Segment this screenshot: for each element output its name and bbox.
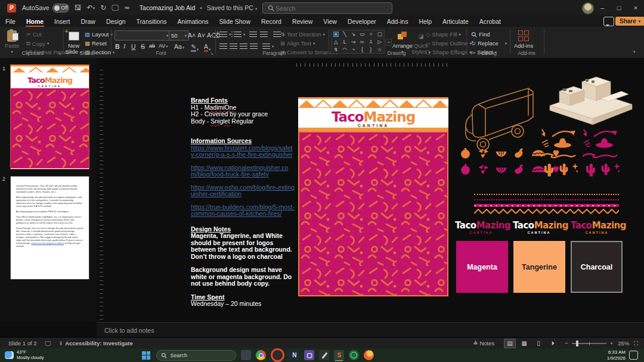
tab-review[interactable]: Review (287, 16, 318, 27)
grow-font-button[interactable]: A˄ (188, 32, 196, 39)
shape-effects-button[interactable]: ⬡Shape Effects▾ (426, 49, 472, 55)
tab-record[interactable]: Record (256, 16, 287, 27)
reset-button[interactable]: ▦Reset (85, 40, 107, 47)
zoom-slider[interactable] (572, 343, 606, 344)
curved-connector-icon[interactable]: ↝ (351, 39, 355, 45)
user-avatar[interactable] (582, 2, 594, 14)
bullets-button[interactable]: ▾ (219, 32, 231, 38)
font-dialog-launcher-icon[interactable]: ↘ (210, 51, 213, 56)
slideshow-view-icon[interactable]: ⏵ (547, 339, 559, 348)
notification-center-icon[interactable] (629, 351, 638, 360)
zoom-slider-thumb[interactable] (576, 341, 578, 346)
tab-add-ins[interactable]: Add-ins (382, 16, 414, 27)
tab-developer[interactable]: Developer (342, 16, 382, 27)
italic-button[interactable]: I (123, 43, 126, 49)
numbering-button[interactable]: ▾ (234, 32, 245, 38)
freeform-shape-icon[interactable]: ↯ (334, 47, 338, 52)
arrow-shape-icon[interactable]: ↘ (351, 31, 355, 37)
increase-indent-button[interactable] (260, 32, 268, 38)
copy-button[interactable]: ⧉Copy▾ (26, 40, 49, 47)
titlebar-search[interactable] (262, 2, 392, 14)
text-box-shape-icon[interactable]: A (333, 32, 339, 37)
zoom-level[interactable]: 25% (618, 340, 629, 346)
customize-quick-access-icon[interactable]: ≂ (124, 4, 130, 12)
comments-icon[interactable] (603, 17, 614, 26)
hyperlink[interactable]: https://www.osha.com/blog/fire-extinguis… (191, 184, 295, 198)
shape-fill-button[interactable]: ◇Shape Fill▾ (426, 31, 461, 38)
down-arrow-shape-icon[interactable]: ⇩ (369, 39, 373, 45)
text-shadow-button[interactable]: ab (149, 43, 155, 49)
normal-view-icon[interactable]: ▤ (504, 339, 516, 348)
replace-button[interactable]: ↻Replace▾ (471, 40, 507, 47)
align-center-button[interactable] (230, 44, 237, 49)
slide-sorter-view-icon[interactable]: ▦ (518, 339, 530, 348)
accessibility-status[interactable]: Accessibility: Investigate (65, 340, 133, 346)
titlebar-search-input[interactable] (274, 4, 378, 13)
font-name-combo[interactable]: ▾ (114, 30, 171, 41)
maximize-button[interactable]: □ (611, 0, 627, 16)
align-left-button[interactable] (219, 44, 227, 49)
tab-file[interactable]: File (0, 16, 21, 27)
undo-icon[interactable]: ↶▾ (87, 4, 95, 12)
firefox-icon[interactable] (364, 350, 374, 360)
shrink-font-button[interactable]: A˅ (197, 32, 205, 39)
swatch-magenta[interactable]: Magenta (456, 241, 508, 293)
swatch-charcoal[interactable]: Charcoal (571, 241, 623, 293)
tab-animations[interactable]: Animations (172, 16, 214, 27)
tab-design[interactable]: Design (101, 16, 131, 27)
close-button[interactable]: × (627, 0, 644, 16)
collapse-ribbon-icon[interactable]: ▾ (633, 49, 635, 54)
tab-acrobat[interactable]: Acrobat (474, 16, 506, 27)
tab-home[interactable]: Home (21, 16, 49, 27)
tab-help[interactable]: Help (413, 16, 437, 27)
slide2-thumbnail[interactable]: Content Presentation: Your 18"x24" job a… (10, 176, 89, 280)
addins-button[interactable]: Add-ins (514, 30, 533, 49)
clipboard-dialog-launcher-icon[interactable]: ↘ (58, 51, 61, 56)
arc-shape-icon[interactable]: ◠ (342, 47, 346, 52)
more-shapes-button[interactable]: ≂ (385, 39, 392, 46)
slide-indicator[interactable]: Slide 1 of 2 (8, 340, 37, 346)
notes-toggle-icon[interactable]: ≜ (473, 340, 478, 346)
oval-shape-icon[interactable]: ○ (369, 31, 372, 37)
find-button[interactable]: Find (471, 31, 490, 38)
logo-variant-1[interactable]: TacoMazing Cantina (455, 220, 507, 234)
accessibility-icon[interactable]: 🯅 (59, 340, 62, 346)
start-button[interactable] (142, 351, 150, 360)
taskbar-search[interactable]: Search (156, 350, 236, 361)
cut-button[interactable]: ✂Cut (26, 31, 42, 38)
slide-side-notes[interactable]: Brand Fonts H1 - MadimiOne H2 - Covered … (191, 97, 295, 308)
zoom-in-button[interactable]: + (610, 340, 614, 346)
align-text-button[interactable]: ⊞Align Text▾ (280, 40, 315, 47)
flowchart-shape-icon[interactable]: ▷ (377, 39, 382, 45)
pen-app-icon[interactable] (319, 350, 329, 360)
triangle-shape-icon[interactable]: △ (334, 39, 338, 45)
tab-draw[interactable]: Draw (75, 16, 101, 27)
highlight-color-button[interactable]: ✎▾ (191, 43, 199, 52)
hyperlink[interactable]: https://www.firstalert.com/blogs/safety-… (191, 145, 295, 159)
drawing-dialog-launcher-icon[interactable]: ↘ (461, 51, 465, 56)
notes-toggle-label[interactable]: Notes (479, 340, 494, 346)
tab-view[interactable]: View (318, 16, 342, 27)
justify-button[interactable] (250, 44, 258, 49)
decor-icons-magenta[interactable] (581, 128, 621, 182)
notes-placeholder[interactable]: Click to add notes (104, 327, 154, 334)
reading-view-icon[interactable]: ▯ (532, 339, 544, 348)
notion-icon[interactable]: N (289, 350, 299, 360)
tab-insert[interactable]: Insert (49, 16, 75, 27)
rounded-rectangle-shape-icon[interactable]: ▢ (377, 31, 382, 37)
weather-widget[interactable]: 43°F Mostly cloudy (5, 350, 44, 360)
decrease-indent-button[interactable] (249, 32, 257, 38)
elbow-connector-icon[interactable]: L (343, 39, 346, 45)
character-spacing-button[interactable]: AV▾ (159, 43, 168, 49)
hyperlink[interactable]: https://true-builders.com/blog/5-most-co… (191, 204, 295, 218)
redo-icon[interactable]: ↻ (100, 4, 106, 12)
align-right-button[interactable] (240, 44, 247, 49)
logo-variant-2[interactable]: TacoMazing Cantina (513, 220, 565, 234)
strikethrough-button[interactable]: S (141, 43, 145, 50)
logo-variant-3[interactable]: TacoMazing Cantina (571, 220, 623, 234)
zigzag-divider-orange[interactable] (474, 209, 619, 214)
globe-app-icon[interactable] (349, 350, 359, 360)
autosave-toggle[interactable]: Off (52, 4, 69, 13)
zoom-out-button[interactable]: − (565, 340, 568, 346)
solid-divider-magenta[interactable] (474, 204, 619, 207)
